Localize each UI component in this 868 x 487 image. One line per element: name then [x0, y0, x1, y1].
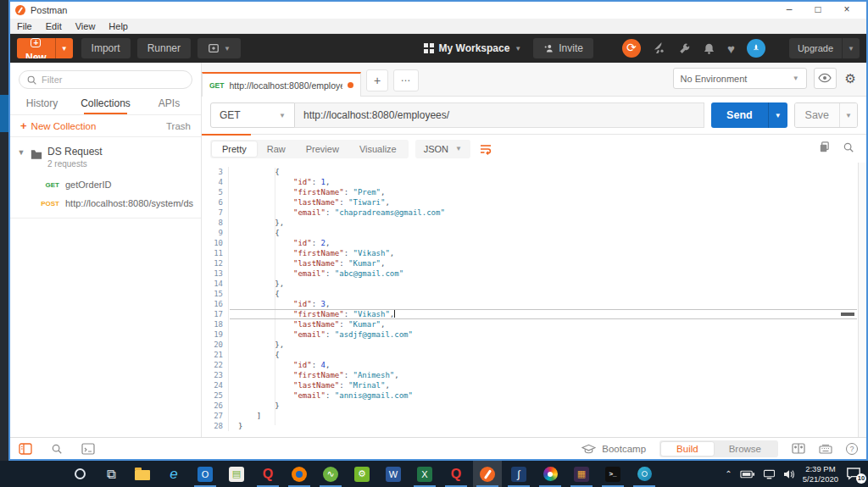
url-input[interactable]	[295, 102, 704, 128]
browse-tab[interactable]: Browse	[714, 442, 776, 456]
taskbar-icon-quick-heal[interactable]: Q	[253, 461, 282, 487]
code-line[interactable]: 25 "email": "annis@gmail.com"	[202, 390, 866, 401]
tab-raw[interactable]: Raw	[257, 141, 296, 157]
workspace-switcher[interactable]: My Workspace ▼	[424, 42, 522, 54]
code-line[interactable]: 5 "firstName": "Prem",	[202, 187, 866, 197]
code-line[interactable]: 20 },	[202, 340, 866, 350]
taskbar-icon-photo-document[interactable]: ▤	[222, 461, 251, 487]
satellite-icon[interactable]	[653, 42, 666, 55]
request-item-system-ds[interactable]: POST http://localhost:8080/system/ds	[10, 194, 201, 213]
toggle-sidebar-icon[interactable]	[19, 443, 32, 455]
taskbar-icon-spring-tool-suite[interactable]: ∿	[316, 461, 345, 487]
new-dropdown-caret[interactable]: ▼	[55, 38, 73, 58]
action-center-button[interactable]: 10	[846, 467, 863, 482]
save-dropdown-caret[interactable]: ▼	[839, 103, 857, 127]
code-line[interactable]: 3 {	[202, 167, 866, 177]
two-pane-icon[interactable]	[792, 443, 805, 454]
scrollbar[interactable]	[858, 163, 866, 437]
maximize-button[interactable]: □	[804, 3, 832, 18]
build-tab[interactable]: Build	[661, 442, 714, 456]
invite-button[interactable]: Invite	[533, 38, 593, 58]
save-button[interactable]: Save ▼	[794, 102, 858, 128]
search-icon[interactable]	[51, 443, 63, 455]
code-line[interactable]: 6 "lastName": "Tiwari",	[202, 197, 866, 208]
network-icon[interactable]	[763, 469, 776, 479]
code-line[interactable]: 9 {	[202, 228, 866, 238]
code-line[interactable]: 8 },	[202, 218, 866, 228]
rocket-icon[interactable]	[747, 39, 765, 58]
menu-edit[interactable]: Edit	[46, 21, 62, 31]
code-line[interactable]: 28}	[202, 421, 866, 431]
taskbar-icon-task-view[interactable]: ⧉	[97, 461, 125, 487]
taskbar-clock[interactable]: 2:39 PM 5/21/2020	[803, 464, 838, 484]
wrench-icon[interactable]	[678, 42, 691, 55]
tray-chevron-icon[interactable]: ⌃	[725, 469, 732, 479]
code-line[interactable]: 21 {	[202, 350, 866, 360]
environment-select[interactable]: No Environment ▼	[673, 68, 807, 89]
new-tab-button[interactable]: +	[366, 69, 388, 91]
code-line[interactable]: 22 "id": 4,	[202, 360, 866, 370]
trash-button[interactable]: Trash	[166, 121, 191, 131]
environment-preview-button[interactable]	[814, 68, 837, 89]
taskbar-icon-pixel-game[interactable]: ▦	[567, 461, 596, 487]
send-button[interactable]: Send ▼	[711, 102, 787, 128]
menu-view[interactable]: View	[75, 21, 96, 31]
gear-icon[interactable]: ⚙	[843, 72, 858, 85]
code-line[interactable]: 27 ]	[202, 411, 866, 421]
new-collection-button[interactable]: + New Collection	[20, 119, 96, 132]
close-button[interactable]: ×	[832, 3, 861, 18]
taskbar-icon-eclipse-globe[interactable]	[630, 461, 659, 487]
code-line[interactable]: 10 "id": 2,	[202, 238, 866, 248]
code-line[interactable]: 16 "id": 3,	[202, 299, 866, 309]
new-button[interactable]: +New ▼	[17, 38, 73, 58]
battery-icon[interactable]	[740, 470, 755, 479]
taskbar-icon-word[interactable]: W	[379, 461, 408, 487]
tab-options-button[interactable]: …	[393, 69, 419, 91]
taskbar-icon-color-wheel-app[interactable]	[536, 461, 565, 487]
tab-apis[interactable]: APIs	[137, 92, 201, 114]
console-icon[interactable]	[81, 443, 95, 455]
tab-collections[interactable]: Collections	[74, 92, 137, 114]
code-line[interactable]: 14 },	[202, 279, 866, 289]
code-line[interactable]: 17 "firstName": "Vikash",	[202, 309, 866, 319]
taskbar-icon-outlook[interactable]: O	[191, 461, 220, 487]
collapse-caret-icon[interactable]: ▼	[17, 148, 25, 157]
method-select[interactable]: GET ▼	[210, 102, 295, 128]
taskbar-icon-cortana-search[interactable]	[65, 461, 94, 487]
wrap-text-icon[interactable]	[479, 142, 492, 156]
taskbar-icon-file-explorer[interactable]	[128, 461, 157, 487]
tab-visualize[interactable]: Visualize	[349, 141, 407, 157]
taskbar-icon-mysql-workbench[interactable]: ∫	[504, 461, 533, 487]
copy-icon[interactable]	[818, 141, 831, 157]
taskbar-icon-firefox[interactable]	[285, 461, 314, 487]
taskbar-icon-postman[interactable]	[473, 461, 502, 487]
code-line[interactable]: 13 "email": "abc@gmail.com"	[202, 268, 866, 279]
code-line[interactable]: 12 "lastName": "Kumar",	[202, 258, 866, 268]
runner-button[interactable]: Runner	[137, 38, 191, 58]
tab-history[interactable]: History	[10, 92, 74, 114]
taskbar-icon-command-prompt[interactable]: >_	[598, 461, 627, 487]
code-line[interactable]: 11 "firstName": "Vikash",	[202, 248, 866, 258]
code-line[interactable]: 7 "email": "chapradreams@gmail.com"	[202, 208, 866, 218]
taskbar-icon-excel[interactable]: X	[410, 461, 439, 487]
code-line[interactable]: 15 {	[202, 289, 866, 299]
send-dropdown-caret[interactable]: ▼	[768, 102, 787, 128]
upgrade-button[interactable]: Upgrade ▼	[789, 38, 860, 58]
code-line[interactable]: 19 "email": "asdjf@gmail.com"	[202, 329, 866, 340]
open-new-button[interactable]: ▼	[198, 38, 241, 58]
menu-file[interactable]: File	[17, 21, 32, 31]
filter-input[interactable]	[19, 70, 192, 89]
upgrade-caret[interactable]: ▼	[842, 38, 860, 58]
format-select[interactable]: JSON ▼	[415, 140, 470, 158]
menu-help[interactable]: Help	[108, 21, 128, 31]
request-item-getorderid[interactable]: GET getOrderID	[10, 175, 201, 194]
taskbar-icon-quick-heal-2[interactable]: Q	[442, 461, 470, 487]
help-icon[interactable]: ?	[846, 443, 858, 455]
bootcamp-button[interactable]: Bootcamp	[581, 444, 646, 454]
sync-icon[interactable]: ⟳	[622, 39, 641, 58]
response-body[interactable]: 3 {4 "id": 1,5 "firstName": "Prem",6 "la…	[202, 163, 866, 437]
heart-icon[interactable]: ♥	[727, 42, 735, 56]
taskbar-icon-internet-explorer[interactable]: e	[159, 461, 188, 487]
request-tab[interactable]: GET http://localhost:8080/employees/	[202, 72, 361, 97]
code-line[interactable]: 23 "firstName": "Animesh",	[202, 370, 866, 380]
